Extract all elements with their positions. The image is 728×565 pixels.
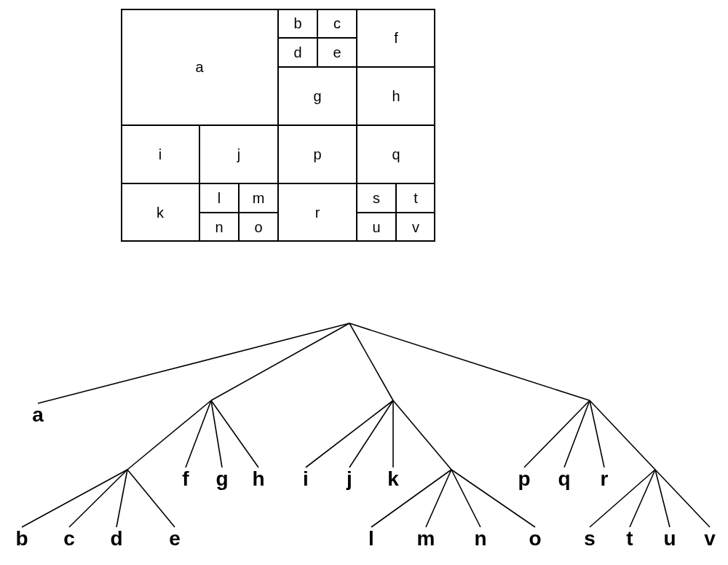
grid-cell-a: a bbox=[121, 9, 278, 125]
tree-edge-SE-q bbox=[564, 400, 590, 467]
tree-node-n: n bbox=[474, 529, 486, 549]
tree-edge-NEA-b bbox=[22, 470, 127, 527]
tree-node-o: o bbox=[529, 529, 541, 549]
tree-node-i: i bbox=[303, 469, 309, 489]
tree-node-h: h bbox=[252, 469, 264, 489]
grid-cell-h: h bbox=[357, 67, 435, 125]
tree-edge-SW-j bbox=[349, 400, 393, 467]
grid-cell-label: o bbox=[254, 219, 262, 236]
grid-cell-i: i bbox=[121, 125, 199, 183]
tree-edge-SE-r bbox=[590, 400, 604, 467]
tree-node-r: r bbox=[601, 469, 609, 489]
tree-edge-root-NE bbox=[211, 323, 349, 400]
grid-cell-label: s bbox=[373, 190, 380, 207]
tree-node-g: g bbox=[215, 469, 228, 489]
grid-cell-f: f bbox=[357, 9, 435, 67]
tree-edge-NEA-e bbox=[127, 470, 175, 527]
quadtree-tree-diagram: afghijkpqrbcdelmnostuv bbox=[0, 306, 728, 553]
grid-cell-label: l bbox=[218, 190, 221, 207]
grid-cell-q: q bbox=[357, 125, 435, 183]
grid-cell-b: b bbox=[278, 9, 317, 38]
grid-cell-label: p bbox=[313, 146, 321, 163]
grid-cell-label: b bbox=[293, 15, 301, 32]
grid-cell-n: n bbox=[199, 213, 239, 242]
grid-cell-label: k bbox=[157, 205, 164, 221]
tree-node-p: p bbox=[518, 469, 530, 489]
grid-cell-l: l bbox=[199, 183, 239, 213]
grid-cell-o: o bbox=[239, 213, 278, 242]
grid-cell-m: m bbox=[239, 183, 278, 213]
grid-cell-u: u bbox=[357, 213, 396, 242]
tree-edge-NE-g bbox=[211, 400, 222, 467]
grid-cell-label: u bbox=[372, 219, 380, 236]
grid-cell-e: e bbox=[317, 38, 357, 67]
tree-edge-SED-v bbox=[655, 470, 710, 527]
grid-cell-j: j bbox=[199, 125, 278, 183]
grid-cell-label: f bbox=[394, 30, 398, 47]
grid-cell-p: p bbox=[278, 125, 357, 183]
tree-edge-SWD-n bbox=[451, 470, 480, 527]
grid-cell-t: t bbox=[396, 183, 435, 213]
tree-node-m: m bbox=[417, 529, 435, 549]
grid-cell-label: q bbox=[392, 146, 400, 163]
tree-node-b: b bbox=[15, 529, 28, 549]
tree-edge-root-a bbox=[38, 323, 349, 403]
grid-cell-label: t bbox=[414, 190, 418, 207]
grid-cell-r: r bbox=[278, 183, 357, 242]
tree-node-l: l bbox=[368, 529, 374, 549]
tree-node-u: u bbox=[663, 529, 676, 549]
diagram-stage: abcdefghijklmnopqrstuv afghijkpqrbcdelmn… bbox=[0, 0, 728, 565]
grid-cell-label: d bbox=[293, 44, 301, 61]
tree-edge-NE-h bbox=[211, 400, 258, 467]
tree-edge-SED-s bbox=[590, 470, 655, 527]
tree-node-v: v bbox=[704, 529, 716, 549]
tree-edge-SWD-l bbox=[371, 470, 451, 527]
quadtree-partition-grid: abcdefghijklmnopqrstuv bbox=[121, 9, 435, 242]
tree-node-e: e bbox=[169, 529, 181, 549]
grid-cell-s: s bbox=[357, 183, 396, 213]
tree-node-j: j bbox=[347, 469, 352, 489]
tree-node-d: d bbox=[110, 529, 122, 549]
grid-cell-c: c bbox=[317, 9, 357, 38]
grid-cell-label: m bbox=[253, 190, 265, 207]
tree-edge-SW-i bbox=[306, 400, 393, 467]
tree-edge-SED-t bbox=[630, 470, 655, 527]
grid-cell-label: a bbox=[195, 59, 203, 76]
grid-cell-label: h bbox=[392, 88, 400, 105]
grid-cell-label: j bbox=[237, 146, 240, 163]
tree-edge-SW-SWD bbox=[393, 400, 451, 470]
tree-node-f: f bbox=[182, 469, 189, 489]
tree-edge-root-SE bbox=[349, 323, 590, 400]
tree-node-c: c bbox=[63, 529, 75, 549]
grid-cell-label: v bbox=[412, 219, 419, 236]
grid-cell-label: g bbox=[313, 88, 321, 105]
grid-cell-d: d bbox=[278, 38, 317, 67]
grid-cell-label: c bbox=[333, 15, 341, 32]
grid-cell-k: k bbox=[121, 183, 199, 242]
grid-cell-g: g bbox=[278, 67, 357, 125]
tree-edge-SE-p bbox=[524, 400, 590, 467]
grid-cell-label: n bbox=[215, 219, 223, 236]
grid-cell-label: i bbox=[159, 146, 162, 163]
tree-node-t: t bbox=[626, 529, 633, 549]
tree-edge-SE-SED bbox=[590, 400, 655, 470]
tree-edge-SED-u bbox=[655, 470, 670, 527]
tree-node-q: q bbox=[558, 469, 570, 489]
tree-edges-svg bbox=[0, 306, 728, 553]
tree-node-a: a bbox=[32, 405, 44, 425]
tree-node-k: k bbox=[387, 469, 399, 489]
grid-cell-label: e bbox=[333, 44, 341, 61]
grid-cell-label: r bbox=[315, 205, 320, 221]
grid-cell-v: v bbox=[396, 213, 435, 242]
tree-node-s: s bbox=[584, 529, 596, 549]
